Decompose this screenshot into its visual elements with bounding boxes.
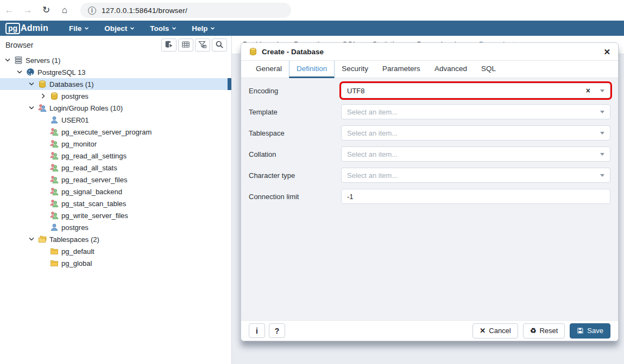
menu-help[interactable]: Help [186, 24, 220, 33]
main-panel: DashboardPropertiesSQLStatisticsDependen… [232, 36, 624, 364]
grid-button[interactable] [178, 39, 193, 52]
tree-item-tablespaces-2[interactable]: Tablespaces (2) [0, 233, 231, 245]
tree-item-label: Tablespaces (2) [49, 235, 99, 244]
tree-item-pg-global[interactable]: pg_global [0, 257, 231, 269]
chevron-down-icon[interactable] [28, 81, 38, 87]
tree-item-label: pg_write_server_files [61, 212, 128, 220]
dropdown-caret-icon[interactable] [600, 153, 604, 156]
character-type-select[interactable]: Select an item... [341, 168, 610, 183]
tree-item-label: pg_default [61, 247, 94, 256]
tree-item-pg-execute-server-program[interactable]: pg_execute_server_program [0, 126, 231, 138]
dialog-tab-definition[interactable]: Definition [289, 61, 335, 78]
connection-limit-value: -1 [347, 193, 354, 201]
chevron-down-icon[interactable] [28, 105, 38, 111]
folder-stack-icon [38, 235, 47, 244]
save-button[interactable]: Save [570, 323, 610, 339]
dropdown-caret-icon[interactable] [600, 174, 604, 177]
tablespace-select[interactable]: Select an item... [341, 125, 610, 141]
save-disk-icon [577, 327, 584, 334]
menu-object[interactable]: Object [99, 24, 140, 33]
tree-item-label: pg_global [61, 259, 92, 267]
template-select[interactable]: Select an item... [341, 104, 610, 119]
tree-item-postgres[interactable]: postgres [0, 221, 231, 233]
tree-item-pg-read-server-files[interactable]: pg_read_server_files [0, 174, 231, 186]
folder-icon [50, 247, 59, 256]
tree-item-label: Servers (1) [26, 56, 60, 65]
pgadmin-logo-pg: pg [5, 23, 20, 34]
workspace: Browser Servers (1)PostgreSQL 13Database… [0, 36, 624, 364]
dialog-tab-security[interactable]: Security [335, 61, 375, 78]
filter-icon [198, 40, 207, 50]
dialog-tab-advanced[interactable]: Advanced [427, 61, 474, 78]
menu-file[interactable]: File [64, 24, 94, 33]
forward-icon[interactable]: → [18, 0, 37, 21]
search-button[interactable] [212, 39, 227, 52]
sql-info-button[interactable]: i [249, 323, 265, 338]
sidebar-toolbar [161, 39, 227, 52]
chevron-down-icon[interactable] [28, 236, 38, 242]
tree-item-postgresql-13[interactable]: PostgreSQL 13 [0, 66, 231, 78]
clear-icon[interactable]: × [586, 87, 590, 94]
collation-placeholder: Select an item... [347, 150, 398, 158]
chevron-right-icon[interactable] [40, 93, 50, 99]
menu-tools[interactable]: Tools [144, 24, 182, 33]
collation-select[interactable]: Select an item... [341, 146, 610, 162]
database-icon [50, 92, 59, 100]
footer-actions: ✕ Cancel ♻ Reset Save [472, 323, 610, 339]
database-icon [38, 80, 47, 88]
template-placeholder: Select an item... [347, 108, 398, 116]
tree-item-pg-monitor[interactable]: pg_monitor [0, 138, 231, 150]
pgadmin-navbar: pg Admin FileObjectToolsHelp [0, 21, 624, 36]
dialog-title: Create - Database [262, 48, 324, 56]
url-bar[interactable]: i 127.0.0.1:58641/browser/ [80, 3, 291, 18]
chevron-down-icon [84, 26, 89, 31]
tree-item-label: PostgreSQL 13 [37, 68, 85, 76]
url-text: 127.0.0.1:58641/browser/ [102, 7, 187, 15]
dialog-footer: i ? ✕ Cancel ♻ Reset Save [241, 320, 618, 341]
help-button[interactable]: ? [269, 323, 285, 338]
tree-item-label: pg_monitor [61, 140, 97, 148]
connection-limit-input[interactable]: -1 [341, 189, 610, 204]
encoding-select[interactable]: UTF8× [341, 83, 610, 98]
dropdown-caret-icon[interactable] [600, 90, 604, 92]
template-label: Template [249, 108, 341, 116]
chevron-down-icon[interactable] [16, 69, 26, 75]
database-icon [249, 47, 257, 56]
dropdown-caret-icon[interactable] [600, 132, 604, 135]
tree-item-pg-signal-backend[interactable]: pg_signal_backend [0, 186, 231, 197]
object-explorer-button[interactable] [161, 39, 177, 52]
reset-button[interactable]: ♻ Reset [523, 323, 565, 339]
tree-item-pg-write-server-files[interactable]: pg_write_server_files [0, 209, 231, 221]
user-icon [50, 223, 59, 232]
tree-item-databases-1[interactable]: Databases (1) [0, 78, 231, 90]
browser-chrome: ← → ↻ ⌂ i 127.0.0.1:58641/browser/ [0, 0, 624, 21]
filter-button[interactable] [195, 39, 210, 52]
dropdown-caret-icon[interactable] [600, 111, 604, 113]
connection-limit-label: Connection limit [249, 193, 341, 201]
dialog-tab-general[interactable]: General [249, 61, 289, 78]
dialog-tab-sql[interactable]: SQL [474, 61, 503, 78]
home-icon[interactable]: ⌂ [55, 0, 74, 21]
refresh-icon[interactable]: ↻ [37, 0, 55, 21]
tree-item-postgres[interactable]: postgres [0, 90, 231, 102]
chevron-down-icon[interactable] [4, 57, 14, 63]
group-role-green-icon [50, 211, 59, 220]
dialog-tab-parameters[interactable]: Parameters [375, 61, 427, 78]
cancel-button[interactable]: ✕ Cancel [472, 323, 518, 339]
tree-item-user01[interactable]: USER01 [0, 114, 231, 126]
grid-icon [181, 40, 190, 50]
close-icon[interactable]: ✕ [603, 48, 610, 56]
tree-item-pg-default[interactable]: pg_default [0, 245, 231, 257]
sidebar-title: Browser [5, 41, 33, 49]
tree-item-label: pg_read_server_files [61, 176, 127, 184]
back-icon[interactable]: ← [0, 0, 18, 21]
tree-item-pg-read-all-settings[interactable]: pg_read_all_settings [0, 150, 231, 162]
tree-item-servers-1[interactable]: Servers (1) [0, 54, 231, 66]
tree-item-pg-stat-scan-tables[interactable]: pg_stat_scan_tables [0, 197, 231, 209]
tree-item-login-group-roles-10[interactable]: Login/Group Roles (10) [0, 102, 231, 114]
tablespace-placeholder: Select an item... [347, 129, 398, 137]
object-explorer-tree: Servers (1)PostgreSQL 13Databases (1)pos… [0, 54, 231, 364]
info-icon[interactable]: i [88, 7, 96, 15]
dialog-header: Create - Database ✕ [241, 43, 618, 61]
tree-item-pg-read-all-stats[interactable]: pg_read_all_stats [0, 162, 231, 174]
